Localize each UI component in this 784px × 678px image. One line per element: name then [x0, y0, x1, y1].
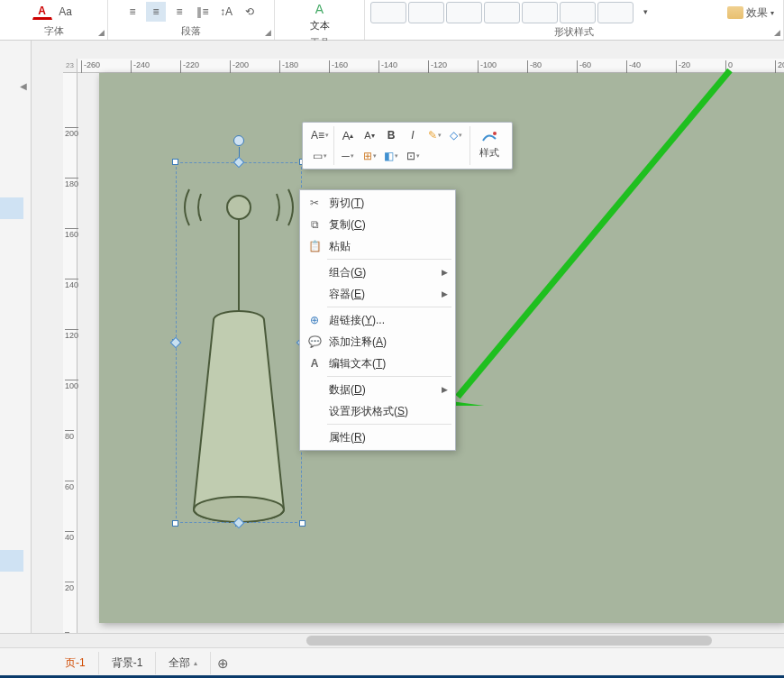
font-case-icon[interactable]: Aa	[56, 2, 76, 22]
ruler-mark: 60	[65, 481, 74, 491]
styles-button[interactable]: 样式	[474, 126, 505, 161]
vertical-ruler: 200180160140120100806040200	[63, 73, 77, 633]
fill-icon[interactable]: ▭▾	[310, 147, 330, 165]
textbox-icon[interactable]: A	[315, 2, 324, 16]
dialog-launcher-icon[interactable]: ◢	[774, 28, 780, 37]
svg-point-0	[227, 196, 251, 219]
decrease-font-icon[interactable]: A▾	[360, 126, 379, 144]
dialog-launcher-icon[interactable]: ◢	[265, 28, 271, 37]
ruler-mark: -100	[478, 60, 497, 73]
horizontal-scrollbar[interactable]	[0, 634, 784, 648]
shape-style-preset[interactable]	[484, 2, 520, 23]
ribbon-group-shape-styles: ▾ 效果 ▾ 形状样式 ◢	[365, 0, 784, 40]
workspace: ◀ 23 -260-240-220-200-180-160-140-120-10…	[0, 41, 784, 633]
ribbon-label-paragraph: 段落	[181, 23, 201, 38]
ruler-mark: 80	[65, 430, 74, 441]
comment-icon: 💬	[305, 335, 324, 348]
ruler-mark: -220	[180, 60, 199, 73]
menu-format-shape[interactable]: 设置形状格式(S)	[300, 400, 455, 422]
highlight-icon[interactable]: ✎▾	[424, 126, 444, 144]
menu-properties[interactable]: 属性(R)	[300, 426, 455, 448]
submenu-arrow-icon: ▶	[442, 385, 448, 394]
line-spacing-icon[interactable]: ‖≡	[193, 2, 213, 22]
menu-paste[interactable]: 📋 粘贴	[300, 235, 455, 257]
align-right-icon[interactable]: ≡	[169, 2, 189, 22]
edit-text-icon: A	[305, 357, 324, 370]
ruler-mark: -80	[527, 60, 542, 73]
ruler-mark: -160	[329, 60, 348, 73]
ribbon: A Aa 字体 ◢ ≡ ≡ ≡ ‖≡ ↕A ⟲ 段落 ◢ A 文本 工具	[0, 0, 784, 41]
menu-group[interactable]: 组合(G) ▶	[300, 261, 455, 283]
dialog-launcher-icon[interactable]: ◢	[98, 28, 105, 37]
shape-style-preset[interactable]	[560, 2, 596, 23]
resize-handle[interactable]	[172, 159, 178, 165]
ribbon-group-tools: A 文本 工具	[275, 0, 365, 40]
text-align-icon[interactable]: A≡▾	[310, 126, 330, 144]
menu-cut[interactable]: ✂ 剪切(T)	[300, 192, 455, 214]
align-icon[interactable]: ⊞▾	[360, 147, 379, 165]
bring-front-icon[interactable]: ◧▾	[381, 147, 401, 165]
gallery-more-icon[interactable]: ▾	[635, 2, 655, 22]
ruler-mark: -20	[676, 60, 690, 73]
ruler-mark: 40	[65, 531, 74, 542]
ribbon-group-font: A Aa 字体 ◢	[0, 0, 108, 40]
menu-edit-text[interactable]: A 编辑文本(T)	[300, 353, 455, 374]
menu-container[interactable]: 容器(E) ▶	[300, 283, 455, 305]
all-tab[interactable]: 全部▴	[156, 652, 211, 674]
effects-button[interactable]: 效果 ▾	[724, 4, 778, 23]
group-icon[interactable]: ⊡▾	[403, 147, 423, 165]
align-center-icon[interactable]: ≡	[146, 2, 166, 22]
paste-icon: 📋	[305, 240, 324, 252]
resize-handle[interactable]	[299, 520, 305, 527]
increase-font-icon[interactable]: A▴	[338, 126, 358, 144]
ruler-mark: -200	[230, 60, 249, 73]
menu-hyperlink[interactable]: ⊕ 超链接(Y)...	[300, 309, 455, 331]
page-tabs: 页-1 背景-1 全部▴ ⊕	[0, 648, 784, 678]
font-color-icon[interactable]: A	[32, 4, 52, 20]
panel-strip[interactable]	[0, 550, 23, 572]
background-tab[interactable]: 背景-1	[99, 652, 157, 674]
ruler-mark: 200	[65, 127, 78, 138]
bottom-bar: 页-1 背景-1 全部▴ ⊕	[0, 633, 784, 678]
shape-style-preset[interactable]	[370, 2, 406, 23]
rotate-text-icon[interactable]: ⟲	[240, 2, 260, 22]
ruler-mark: -40	[626, 60, 641, 73]
ruler-mark: -260	[81, 60, 100, 73]
ribbon-group-paragraph: ≡ ≡ ≡ ‖≡ ↕A ⟲ 段落 ◢	[108, 0, 275, 40]
ruler-mark: -240	[131, 60, 150, 73]
align-left-icon[interactable]: ≡	[123, 2, 142, 22]
shape-style-preset[interactable]	[522, 2, 558, 23]
bold-icon[interactable]: B	[381, 126, 401, 144]
italic-icon[interactable]: I	[403, 126, 423, 144]
line-icon[interactable]: ─▾	[338, 147, 358, 165]
resize-handle[interactable]	[172, 520, 178, 527]
menu-copy[interactable]: ⧉ 复制(C)	[300, 214, 455, 235]
text-button[interactable]: 文本	[308, 17, 332, 34]
panel-expand-icon[interactable]: ◀	[20, 81, 27, 91]
selected-shape[interactable]	[176, 162, 302, 523]
shape-style-preset[interactable]	[597, 2, 634, 23]
ruler-mark: 140	[65, 279, 78, 289]
shape-style-gallery[interactable]: ▾	[370, 2, 655, 23]
shape-style-preset[interactable]	[446, 2, 482, 23]
ruler-mark: -60	[577, 60, 591, 73]
scrollbar-thumb[interactable]	[306, 636, 712, 646]
context-menu: ✂ 剪切(T) ⧉ 复制(C) 📋 粘贴 组合(G) ▶ 容器(E) ▶	[299, 189, 456, 451]
menu-add-comment[interactable]: 💬 添加注释(A)	[300, 331, 455, 353]
ruler-mark: 160	[65, 228, 78, 239]
ruler-mark: 180	[65, 178, 78, 188]
canvas-area[interactable]: 23 -260-240-220-200-180-160-140-120-100-…	[32, 41, 784, 633]
menu-data[interactable]: 数据(D) ▶	[300, 379, 455, 400]
add-page-button[interactable]: ⊕	[211, 652, 234, 675]
wireless-tower-shape[interactable]	[176, 162, 302, 523]
shape-style-preset[interactable]	[408, 2, 444, 23]
page-tab[interactable]: 页-1	[52, 652, 99, 674]
text-direction-icon[interactable]: ↕A	[216, 2, 236, 22]
panel-strip[interactable]	[0, 197, 23, 219]
horizontal-ruler: -260-240-220-200-180-160-140-120-100-80-…	[63, 59, 784, 73]
cut-icon: ✂	[305, 197, 324, 209]
svg-point-4	[493, 132, 497, 135]
shape-tool-icon[interactable]: ◇▾	[446, 126, 466, 144]
rotate-handle[interactable]	[233, 135, 244, 146]
ruler-mark: -120	[428, 60, 447, 73]
